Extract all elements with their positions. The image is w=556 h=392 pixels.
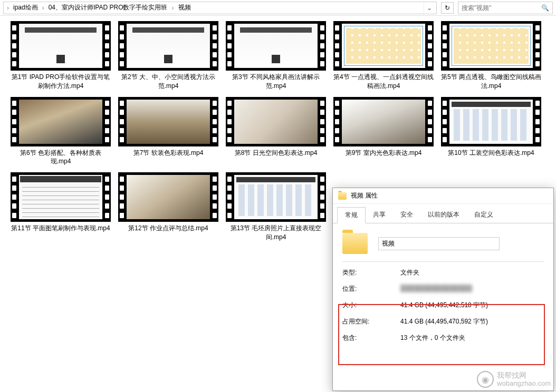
file-name[interactable]: 第7节 软装色彩表现.mp4 [118,149,218,158]
tab-以前的版本[interactable]: 以前的版本 [420,207,467,223]
breadcrumb-item[interactable]: 视频 [175,3,194,12]
location-label: 位置: [342,285,400,293]
video-thumbnail[interactable] [226,172,326,222]
watermark-icon: ◉ [477,371,494,388]
chevron-right-icon: › [41,4,45,12]
breadcrumb-item[interactable]: ipad绘画 [10,3,41,12]
properties-rows: 类型: 文件夹 位置: ████████████████ 大小: 41.4 GB… [342,268,544,342]
file-name[interactable]: 第11节 平面图笔刷制作与表现.mp4 [11,224,111,233]
disk-value: 41.4 GB (44,495,470,592 字节) [400,317,488,326]
folder-icon [342,233,368,254]
file-item[interactable]: 第5节 两点透视、鸟瞰图空间线稿画法.mp4 [441,21,541,91]
file-item[interactable]: 第8节 日光空间色彩表达.mp4 [226,97,326,166]
type-label: 类型: [342,268,400,277]
file-name[interactable]: 第3节 不同风格家具画法讲解示范.mp4 [226,73,326,91]
search-input[interactable] [462,4,541,12]
file-name[interactable]: 第13节 毛坯房照片上直接表现空间.mp4 [226,224,326,242]
properties-dialog[interactable]: 视频 属性 常规共享安全以前的版本自定义 视频 类型: 文件夹 位置: ████… [332,188,554,391]
folder-name-input[interactable]: 视频 [378,237,500,250]
file-item[interactable]: 第10节 工装空间色彩表达.mp4 [441,97,541,166]
file-name[interactable]: 第6节 色彩搭配、各种材质表现.mp4 [11,149,111,166]
refresh-button[interactable]: ↻ [441,2,454,14]
tab-共享[interactable]: 共享 [366,207,393,223]
file-name[interactable]: 第9节 室内光色彩表达.mp4 [333,149,434,158]
folder-icon [338,192,347,200]
chevron-right-icon: › [6,4,10,12]
video-thumbnail[interactable] [441,21,541,71]
file-item[interactable]: 第6节 色彩搭配、各种材质表现.mp4 [11,97,111,166]
video-thumbnail[interactable] [333,97,434,146]
video-thumbnail[interactable] [11,172,111,222]
chevron-right-icon: › [171,4,175,12]
video-thumbnail[interactable] [333,21,434,71]
video-thumbnail[interactable] [118,21,218,71]
file-name[interactable]: 第1节 IPAD PRO手绘软件设置与笔刷制作方法.mp4 [11,73,111,91]
contains-value: 13 个文件，0 个文件夹 [400,334,465,342]
file-item[interactable]: 第13节 毛坯房照片上直接表现空间.mp4 [226,172,326,242]
breadcrumb-bar[interactable]: › ipad绘画 › 04、室内设计师IPAD PRO数字手绘实用班 › 视频 … [3,2,437,14]
file-item[interactable]: 第2节 大、中、小空间透视方法示范.mp4 [118,21,218,91]
file-item[interactable]: 第4节 一点透视、一点斜透视空间线稿画法.mp4 [333,21,434,91]
size-value: 41.4 GB (44,495,442,518 字节) [400,301,488,310]
properties-body: 视频 类型: 文件夹 位置: ████████████████ 大小: 41.4… [333,223,553,359]
file-name[interactable]: 第12节 作业点评与总结.mp4 [118,224,218,233]
file-name[interactable]: 第8节 日光空间色彩表达.mp4 [226,149,326,158]
file-name[interactable]: 第10节 工装空间色彩表达.mp4 [441,149,541,158]
file-name[interactable]: 第5节 两点透视、鸟瞰图空间线稿画法.mp4 [441,73,541,91]
search-icon[interactable]: 🔍 [541,4,549,12]
location-value: ████████████████ [400,285,472,293]
tab-常规[interactable]: 常规 [337,207,366,223]
type-value: 文件夹 [400,268,419,277]
file-item[interactable]: 第9节 室内光色彩表达.mp4 [333,97,434,166]
file-name[interactable]: 第2节 大、中、小空间透视方法示范.mp4 [118,73,218,91]
file-item[interactable]: 第12节 作业点评与总结.mp4 [118,172,218,242]
file-item[interactable]: 第1节 IPAD PRO手绘软件设置与笔刷制作方法.mp4 [11,21,111,91]
contains-label: 包含: [342,334,400,342]
file-item[interactable]: 第11节 平面图笔刷制作与表现.mp4 [11,172,111,242]
dialog-titlebar[interactable]: 视频 属性 [333,188,553,204]
file-name[interactable]: 第4节 一点透视、一点斜透视空间线稿画法.mp4 [333,73,434,91]
size-label: 大小: [342,301,400,310]
tab-自定义[interactable]: 自定义 [467,207,501,223]
chevron-down-icon[interactable]: ⌄ [424,2,434,14]
refresh-icon: ↻ [445,4,450,12]
dialog-title: 视频 属性 [351,191,378,200]
disk-label: 占用空间: [342,317,400,326]
video-thumbnail[interactable] [441,97,541,146]
watermark: ◉ 我帮找网 wobangzhao.com [477,371,551,388]
video-thumbnail[interactable] [118,172,218,222]
breadcrumb-item[interactable]: 04、室内设计师IPAD PRO数字手绘实用班 [45,3,171,12]
video-thumbnail[interactable] [11,97,111,146]
video-thumbnail[interactable] [226,21,326,71]
file-item[interactable]: 第3节 不同风格家具画法讲解示范.mp4 [226,21,326,91]
properties-tabs: 常规共享安全以前的版本自定义 [333,207,553,223]
video-thumbnail[interactable] [118,97,218,146]
tab-安全[interactable]: 安全 [393,207,420,223]
video-thumbnail[interactable] [11,21,111,71]
search-box[interactable]: 🔍 [458,2,553,14]
top-bar: › ipad绘画 › 04、室内设计师IPAD PRO数字手绘实用班 › 视频 … [0,0,556,16]
file-item[interactable]: 第7节 软装色彩表现.mp4 [118,97,218,166]
video-thumbnail[interactable] [226,97,326,146]
